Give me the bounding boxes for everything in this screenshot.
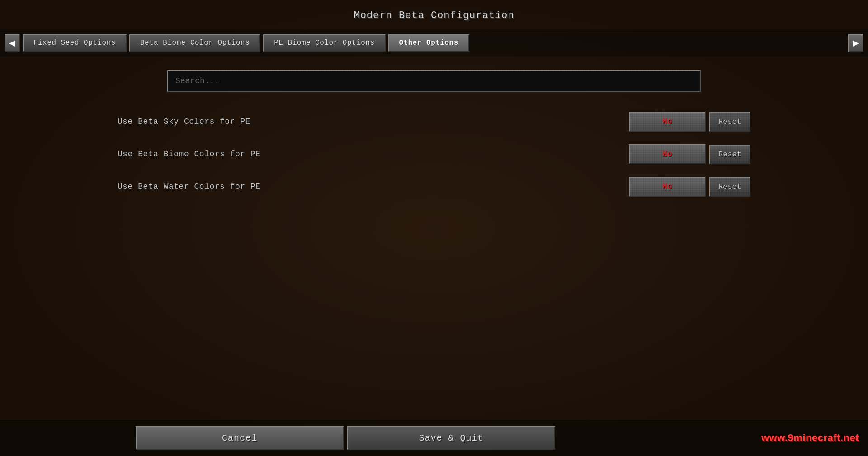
option-label-water: Use Beta Water Colors for PE — [118, 182, 629, 191]
tab-fixed-seed[interactable]: Fixed Seed Options — [23, 34, 127, 52]
option-controls-biome: No Reset — [629, 144, 750, 164]
option-controls-sky: No Reset — [629, 112, 750, 132]
option-controls-water: No Reset — [629, 177, 750, 197]
option-row-biome: Use Beta Biome Colors for PE No Reset — [118, 138, 750, 170]
reset-sky-button[interactable]: Reset — [709, 112, 750, 132]
toggle-water-button[interactable]: No — [629, 177, 706, 197]
tab-pe-biome-color[interactable]: PE Biome Color Options — [263, 34, 385, 52]
search-input[interactable] — [167, 70, 701, 92]
page-title: Modern Beta Configuration — [0, 0, 868, 29]
option-row-sky: Use Beta Sky Colors for PE No Reset — [118, 105, 750, 138]
option-row-water: Use Beta Water Colors for PE No Reset — [118, 170, 750, 203]
option-label-biome: Use Beta Biome Colors for PE — [118, 150, 629, 159]
toggle-biome-button[interactable]: No — [629, 144, 706, 164]
tab-other-options[interactable]: Other Options — [388, 34, 469, 52]
reset-water-button[interactable]: Reset — [709, 177, 750, 197]
tab-prev-button[interactable]: ◀ — [5, 34, 20, 52]
cancel-button[interactable]: Cancel — [136, 426, 344, 450]
tab-bar: ◀ Fixed Seed Options Beta Biome Color Op… — [0, 29, 868, 56]
content-area: Use Beta Sky Colors for PE No Reset Use … — [0, 56, 868, 216]
reset-biome-button[interactable]: Reset — [709, 145, 750, 164]
tab-beta-biome-color[interactable]: Beta Biome Color Options — [129, 34, 260, 52]
bottom-bar: Cancel Save & Quit www.9minecraft.net — [0, 420, 868, 456]
search-container — [167, 70, 701, 92]
toggle-sky-button[interactable]: No — [629, 112, 706, 132]
save-quit-button[interactable]: Save & Quit — [347, 426, 555, 450]
option-label-sky: Use Beta Sky Colors for PE — [118, 117, 629, 126]
tab-next-button[interactable]: ▶ — [848, 34, 863, 52]
watermark: www.9minecraft.net — [761, 432, 859, 444]
options-list: Use Beta Sky Colors for PE No Reset Use … — [118, 105, 750, 203]
tabs-container: Fixed Seed Options Beta Biome Color Opti… — [23, 34, 845, 52]
